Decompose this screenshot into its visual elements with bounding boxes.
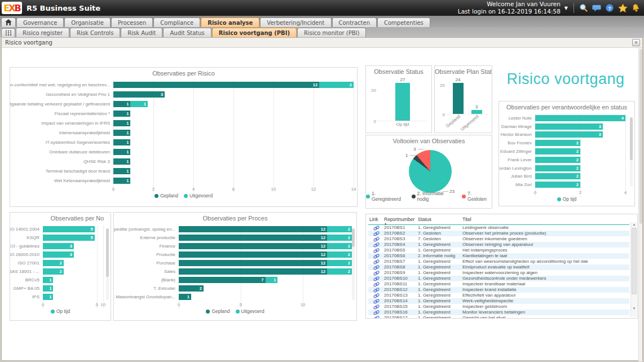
scroll-up-icon[interactable]: ▲ [631,223,637,226]
report-link[interactable] [368,304,383,310]
report-link[interactable] [368,248,383,253]
report-link[interactable] [368,242,383,248]
bar-segment[interactable]: 2 [319,82,354,88]
legend-item[interactable]: Gepland [155,193,178,198]
report-link[interactable] [368,253,383,259]
chart-scrollbar[interactable] [352,228,355,300]
bar-segment[interactable]: 1 [113,168,130,174]
bar-segment[interactable]: 2 [327,268,352,275]
tab-competenties[interactable]: Competenties [377,17,430,27]
legend-item[interactable]: 1. Geregistreerd [366,191,406,202]
bar-segment[interactable]: 1 [113,120,130,126]
tab-verbetering-incident[interactable]: Verbetering/Incident [260,17,331,27]
column-header-link[interactable]: Link [368,215,383,225]
pie-chart[interactable] [409,150,452,193]
bar-segment[interactable]: 2 [179,285,204,292]
help-icon[interactable]: ? [605,3,615,13]
tab-contracten[interactable]: Contracten [332,17,377,27]
report-link[interactable] [368,287,383,293]
bar-segment[interactable]: 1 [179,294,191,300]
bar-segment[interactable]: 12 [113,82,319,88]
report-link[interactable] [368,259,383,264]
report-link[interactable] [368,236,383,242]
bar-segment[interactable]: 3 [43,243,74,249]
close-icon[interactable]: × [632,39,640,46]
bar-segment[interactable]: 3 [535,131,603,138]
legend-item[interactable]: Uitgevoerd [184,193,213,198]
bar-column[interactable] [453,83,464,114]
column-header-status[interactable]: Status [417,215,461,225]
home-tab[interactable] [1,17,16,27]
bar-segment[interactable]: 1 [113,101,130,107]
legend-item[interactable]: Op tijd [557,196,577,202]
bar-segment[interactable]: 3 [43,251,74,258]
bar-segment[interactable]: 2 [327,251,352,258]
chat-icon[interactable] [592,3,602,13]
bar-segment[interactable]: 2 [535,140,580,146]
legend-item[interactable]: Gepland [206,308,230,314]
column-header-reportnumber[interactable]: Reportnumber▲ [383,215,417,225]
bar-segment[interactable]: 12 [179,235,327,241]
bar-segment[interactable]: 1 [113,178,130,184]
report-link[interactable] [368,315,383,319]
subtab-risico-register[interactable]: Risico register [16,28,69,37]
bar-segment[interactable]: 1 [113,149,130,155]
user-menu-caret-icon[interactable]: ▼ [564,6,568,11]
bar-segment[interactable]: 3 [535,123,603,130]
tab-processen[interactable]: Processen [111,17,153,27]
table-scrollbar[interactable]: ▲▼ [630,222,637,317]
bar-segment[interactable]: 2 [327,260,352,266]
bar-segment[interactable]: 1 [43,294,53,300]
bar-segment[interactable]: 4 [535,115,625,121]
report-link[interactable] [368,231,383,236]
bar-segment[interactable]: 2 [43,268,64,275]
bar-segment[interactable]: 12 [179,268,327,275]
report-link[interactable] [368,310,383,315]
bar-segment[interactable]: 5 [43,235,95,241]
tab-governance[interactable]: Governance [16,17,64,27]
bar-segment[interactable]: 7 [179,277,266,283]
search-icon[interactable] [579,3,589,13]
report-link[interactable] [368,281,383,287]
bar-segment[interactable]: 2 [535,157,580,163]
bar-segment[interactable]: 1 [113,130,130,136]
report-link[interactable] [368,270,383,276]
star-icon[interactable] [617,3,628,13]
chart-scrollbar[interactable] [106,228,109,300]
report-link[interactable] [368,298,383,304]
bell-icon[interactable] [630,3,641,13]
legend-item[interactable]: Op tijd [51,308,70,314]
bar-segment[interactable]: 1 [43,277,53,283]
bar-segment[interactable]: 2 [327,235,352,241]
bar-segment[interactable]: 1 [130,101,147,107]
subtab-risico-monitor-pbi[interactable]: Risico monitor (PBI) [297,28,366,37]
bar-segment[interactable]: 12 [179,243,327,249]
bar-segment[interactable]: 2 [535,165,580,171]
bar-segment[interactable]: 1 [113,111,130,117]
report-link[interactable] [368,264,383,270]
bar-segment[interactable]: 2 [535,173,580,179]
bar-segment[interactable]: 12 [179,226,327,232]
chart-scrollbar[interactable] [630,117,633,187]
report-link[interactable] [368,276,383,281]
subtab-risk-audit[interactable]: Risk Audit [121,28,162,37]
bar-segment[interactable]: 2 [535,182,580,188]
app-logo[interactable]: EXB [2,2,22,14]
bar-segment[interactable]: 1 [113,139,130,145]
bar-segment[interactable]: 2 [43,260,64,266]
column-header-titel[interactable]: Titel [461,215,629,225]
legend-item[interactable]: Uitgevoerd [236,308,264,314]
subtab-risico-voortgang-pbi[interactable]: Risico voortgang (PBI) [212,28,297,37]
tab-compliance[interactable]: Compliance [153,17,200,27]
bar-segment[interactable]: 2 [327,226,352,232]
bar-column[interactable] [471,110,482,114]
bar-segment[interactable]: 3 [113,91,165,98]
page-scrollbar[interactable] [638,48,642,361]
bar-segment[interactable]: 5 [43,226,95,232]
bar-segment[interactable]: 2 [327,243,352,249]
bar-segment[interactable]: 1 [266,277,278,283]
bar-segment[interactable]: 1 [43,285,53,292]
bar-segment[interactable]: 12 [179,251,327,258]
subtab-risk-controls[interactable]: Risk Controls [70,28,120,37]
scroll-down-icon[interactable]: ▼ [631,307,637,310]
